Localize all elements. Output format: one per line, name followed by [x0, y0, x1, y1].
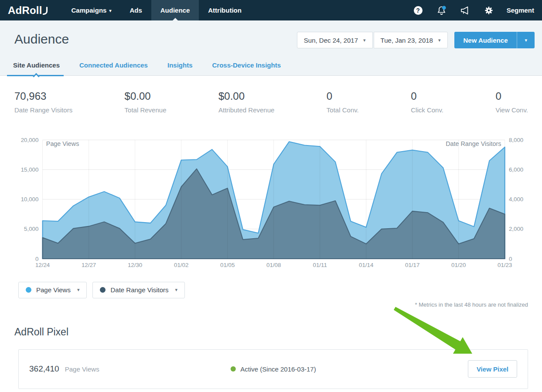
nav-item-attribution[interactable]: Attribution	[199, 0, 251, 20]
stat-click-conv: 0 Click Conv.	[411, 90, 443, 114]
svg-text:01/05: 01/05	[220, 262, 235, 268]
main-nav: Campaigns ▾ Ads Audience Attribution	[62, 0, 251, 20]
pixel-section-title: AdRoll Pixel	[0, 308, 542, 338]
help-icon[interactable]: ?	[406, 6, 430, 15]
svg-text:01/17: 01/17	[405, 262, 419, 268]
chevron-down-icon: ▾	[77, 287, 80, 293]
stat-attributed-revenue: $0.00 Attributed Revenue	[218, 90, 274, 114]
segment-menu[interactable]: Segment	[501, 7, 542, 14]
svg-text:12/27: 12/27	[82, 262, 96, 268]
page-title: Audience	[14, 32, 69, 47]
nav-item-campaigns[interactable]: Campaigns ▾	[62, 0, 121, 20]
adroll-logo[interactable]: AdRoll	[0, 0, 55, 20]
active-status-dot	[230, 366, 235, 372]
svg-text:Date Range Visitors: Date Range Visitors	[446, 140, 501, 147]
status-text: Active (Since 2016-03-17)	[240, 365, 316, 373]
svg-text:10,000: 10,000	[21, 196, 39, 203]
brand-text: AdRoll	[8, 4, 42, 17]
pixel-page-views: 362,410 Page Views	[29, 364, 99, 374]
pixel-card: 362,410 Page Views Active (Since 2016-03…	[18, 349, 528, 389]
svg-text:15,000: 15,000	[21, 166, 39, 173]
new-audience-dropdown-toggle[interactable]: ▾	[517, 32, 535, 48]
chevron-down-icon: ▾	[109, 8, 111, 13]
chart-svg: 005,0002,00010,0004,00015,0006,00020,000…	[14, 135, 528, 270]
chart-legend: Page Views ▾ Date Range Visitors ▾	[0, 271, 542, 298]
new-audience-button[interactable]: New Audience	[454, 32, 517, 48]
top-navbar: AdRoll Campaigns ▾ Ads Audience Attribut…	[0, 0, 542, 20]
bell-icon[interactable]	[430, 5, 453, 16]
stat-total-conv: 0 Total Conv.	[327, 90, 359, 114]
svg-text:0: 0	[509, 256, 512, 262]
view-pixel-button[interactable]: View Pixel	[468, 360, 517, 378]
chevron-down-icon: ▾	[363, 37, 366, 43]
legend-page-views-dropdown[interactable]: Page Views ▾	[18, 282, 87, 298]
svg-text:2,000: 2,000	[509, 226, 523, 232]
tab-insights[interactable]: Insights	[167, 61, 193, 75]
legend-date-range-visitors-dropdown[interactable]: Date Range Visitors ▾	[92, 282, 185, 298]
logo-hook-icon	[43, 6, 48, 16]
nav-item-ads[interactable]: Ads	[120, 0, 151, 20]
svg-text:01/08: 01/08	[266, 262, 281, 268]
tab-cross-device-insights[interactable]: Cross-Device Insights	[212, 61, 281, 75]
start-date-dropdown[interactable]: Sun, Dec 24, 2017 ▾	[297, 32, 373, 48]
notification-badge	[442, 6, 446, 10]
new-audience-split-button: New Audience ▾	[454, 32, 535, 48]
page-header: Audience Sun, Dec 24, 2017 ▾ Tue, Jan 23…	[0, 20, 542, 76]
gear-icon[interactable]	[477, 6, 501, 15]
audience-tabs: Site Audiences Connected Audiences Insig…	[13, 48, 535, 75]
summary-stats: 70,963 Date Range Visitors $0.00 Total R…	[0, 76, 542, 114]
svg-text:Page Views: Page Views	[46, 140, 79, 147]
tab-connected-audiences[interactable]: Connected Audiences	[79, 61, 148, 75]
chevron-down-icon: ▾	[175, 287, 178, 293]
svg-text:20,000: 20,000	[21, 137, 39, 143]
chevron-down-icon: ▾	[438, 37, 441, 43]
svg-text:4,000: 4,000	[509, 196, 523, 203]
svg-text:12/24: 12/24	[35, 262, 50, 268]
end-date-dropdown[interactable]: Tue, Jan 23, 2018 ▾	[374, 32, 448, 48]
page-views-dot	[26, 287, 31, 293]
stat-total-revenue: $0.00 Total Revenue	[125, 90, 167, 114]
svg-text:5,000: 5,000	[24, 226, 38, 232]
stat-date-range-visitors: 70,963 Date Range Visitors	[14, 90, 72, 114]
svg-text:0: 0	[35, 256, 38, 262]
svg-text:01/11: 01/11	[313, 262, 327, 268]
svg-text:01/20: 01/20	[451, 262, 466, 268]
stat-view-conv: 0 View Conv.	[495, 90, 528, 114]
svg-text:01/23: 01/23	[498, 262, 512, 268]
traffic-chart: 005,0002,00010,0004,00015,0006,00020,000…	[0, 135, 542, 271]
megaphone-icon[interactable]	[453, 5, 477, 16]
chevron-down-icon: ▾	[525, 37, 527, 43]
pixel-status: Active (Since 2016-03-17)	[230, 365, 316, 373]
date-range-picker: Sun, Dec 24, 2017 ▾ Tue, Jan 23, 2018 ▾	[297, 32, 448, 48]
svg-text:01/14: 01/14	[359, 262, 374, 268]
navbar-right: ?	[406, 0, 542, 20]
svg-text:01/02: 01/02	[174, 262, 188, 268]
nav-item-audience[interactable]: Audience	[151, 0, 199, 20]
svg-text:12/30: 12/30	[128, 262, 142, 268]
svg-text:6,000: 6,000	[509, 166, 523, 173]
date-range-visitors-dot	[100, 287, 106, 293]
tab-site-audiences[interactable]: Site Audiences	[13, 61, 60, 75]
metrics-footnote: * Metrics in the last 48 hours are not f…	[0, 298, 542, 308]
svg-text:8,000: 8,000	[509, 137, 523, 143]
